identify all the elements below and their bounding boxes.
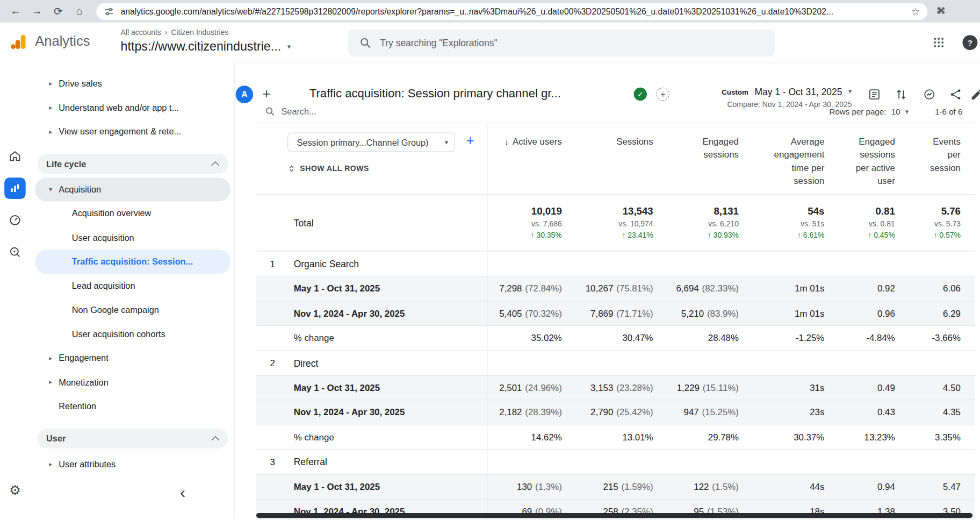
advertising-nav-icon[interactable] xyxy=(8,213,22,230)
sidebar-item-monetization[interactable]: ▸Monetization xyxy=(35,370,230,394)
column-header-line: sessions xyxy=(667,148,739,161)
metric-cell xyxy=(910,351,975,375)
total-value: 0.81 xyxy=(876,206,895,217)
column-header-sessions[interactable]: Sessions xyxy=(577,123,668,194)
breadcrumb-separator-icon: › xyxy=(165,28,168,37)
sidebar-item-user-acquisition-cohorts[interactable]: User acquisition cohorts xyxy=(35,322,230,346)
total-compare-value: vs. 5.73 xyxy=(934,219,961,228)
metric-percent: (28.39%) xyxy=(525,408,561,418)
sidebar-item-traffic-acquisition-session[interactable]: Traffic acquisition: Session... xyxy=(35,250,230,274)
sidebar-item-understand-web-and-or-app-t[interactable]: ▸Understand web and/or app t... xyxy=(35,95,230,119)
settings-gear-icon[interactable]: ⚙ xyxy=(9,483,21,498)
column-header-line: sessions xyxy=(839,148,895,161)
dimension-picker[interactable]: Session primary...Channel Group) ▾ xyxy=(287,133,455,152)
edit-icon[interactable] xyxy=(970,88,980,102)
sidebar-item-label: Acquisition xyxy=(59,184,101,195)
breadcrumb-all-accounts[interactable]: All accounts xyxy=(121,28,161,37)
sidebar-section-life-cycle[interactable]: Life cycle xyxy=(38,154,228,174)
metric-percent: (23.28%) xyxy=(616,383,653,393)
collapse-sidebar-icon[interactable]: ‹ xyxy=(180,483,185,502)
column-header-label: Engaged xyxy=(859,135,895,148)
share-icon[interactable] xyxy=(949,88,963,102)
back-icon[interactable]: ← xyxy=(5,5,26,17)
column-header-label: Average xyxy=(791,135,825,148)
insights-icon[interactable] xyxy=(923,88,936,102)
add-comparison-icon[interactable]: + xyxy=(656,88,669,101)
add-dimension-button[interactable]: + xyxy=(466,133,474,149)
sidebar-item-acquisition[interactable]: ▾Acquisition xyxy=(35,177,230,202)
breadcrumb-account[interactable]: Citizen Industries xyxy=(171,28,228,37)
url-bar[interactable]: analytics.google.com/analytics/web/#/a22… xyxy=(96,3,927,19)
row-index: 1 xyxy=(256,259,294,269)
sidebar-item-view-user-engagement-rete[interactable]: ▸View user engagement & rete... xyxy=(35,119,230,144)
channel-cell: 1Organic Search xyxy=(256,252,487,276)
row-index: 3 xyxy=(256,457,294,467)
property-selector[interactable]: https://www.citizenindustrie... ▾ xyxy=(121,39,291,54)
horizontal-scrollbar[interactable] xyxy=(256,513,972,518)
bookmark-star-icon[interactable]: ☆ xyxy=(911,5,920,17)
sidebar-item-label: User attributes xyxy=(59,459,116,469)
page-title: Traffic acquisition: Session primary cha… xyxy=(309,87,561,101)
column-header-engaged-sessions[interactable]: Engagedsessions xyxy=(667,123,753,194)
home-icon[interactable]: ⌂ xyxy=(69,5,90,17)
column-header-line: time per xyxy=(753,161,825,174)
metric-percent: (70.32%) xyxy=(525,308,561,318)
total-metric: 5.76vs. 5.73↑ 0.57% xyxy=(910,195,975,251)
metric-value: 14.62% xyxy=(531,432,562,443)
sidebar-item-user-attributes[interactable]: ▸User attributes xyxy=(35,452,230,476)
sidebar-item-acquisition-overview[interactable]: Acquisition overview xyxy=(35,202,230,226)
sidebar-section-user[interactable]: User xyxy=(38,428,228,448)
table-search-input[interactable]: Search... xyxy=(265,106,316,117)
report-collection-avatar[interactable]: A xyxy=(236,86,254,103)
metric-value: 23s xyxy=(810,408,824,418)
extensions-icon[interactable] xyxy=(935,5,946,17)
expand-arrow-icon: ▸ xyxy=(47,104,54,111)
add-icon[interactable]: + xyxy=(263,86,271,102)
channel-row: 2Direct xyxy=(256,351,975,376)
apps-grid-icon[interactable] xyxy=(933,36,945,51)
period-label: May 1 - Oct 31, 2025 xyxy=(294,283,380,294)
sidebar-item-non-google-campaign[interactable]: Non Google campaign xyxy=(35,298,230,322)
sidebar-item-drive-sales[interactable]: ▸Drive sales xyxy=(35,72,230,96)
site-info-icon[interactable] xyxy=(104,6,114,17)
sidebar-item-retention[interactable]: Retention xyxy=(35,394,230,418)
url-text[interactable]: analytics.google.com/analytics/web/#/a22… xyxy=(121,6,905,16)
date-range-picker[interactable]: Custom May 1 - Oct 31, 2025 ▾ Compare: N… xyxy=(722,87,852,109)
metric-cell: -1.25% xyxy=(753,326,839,350)
explore-nav-icon[interactable] xyxy=(8,245,22,261)
column-header-active-users[interactable]: ↓Active users xyxy=(487,123,576,194)
rows-per-page-select[interactable]: 10 xyxy=(891,106,900,116)
compare-icon[interactable] xyxy=(895,88,909,102)
sidebar-item-label: View user engagement & rete... xyxy=(59,126,181,137)
column-header-average-engagement-time-per-session[interactable]: Averageengagementtime persession xyxy=(753,123,839,194)
column-header-engaged-sessions-per-active-user[interactable]: Engagedsessionsper activeuser xyxy=(839,123,909,194)
metric-value: 3,153 xyxy=(590,383,613,393)
metric-cell: 2,790(25.42%) xyxy=(577,400,668,424)
forward-icon[interactable]: → xyxy=(26,5,48,17)
screen: ← → ⟳ ⌂ analytics.google.com/analytics/w… xyxy=(0,0,980,520)
metric-cell: 0.96 xyxy=(839,301,909,325)
notes-icon[interactable] xyxy=(868,88,882,102)
sidebar-item-user-acquisition[interactable]: User acquisition xyxy=(35,225,230,250)
total-metric: 54svs. 51s↑ 6.61% xyxy=(753,195,839,251)
expand-arrow-icon: ▸ xyxy=(47,460,54,467)
home-nav-icon[interactable] xyxy=(8,149,22,165)
column-header-events-per-session[interactable]: Eventspersession xyxy=(910,123,975,194)
help-icon[interactable]: ? xyxy=(962,35,977,50)
metric-cell: 3.35% xyxy=(910,425,975,449)
property-name[interactable]: https://www.citizenindustrie... xyxy=(121,39,282,54)
column-header-line: Sessions xyxy=(577,135,653,148)
reports-nav-icon[interactable] xyxy=(4,177,26,199)
period-label: Nov 1, 2024 - Apr 30, 2025 xyxy=(294,408,405,418)
sidebar-item-lead-acquisition[interactable]: Lead acquisition xyxy=(35,274,230,298)
metric-cell xyxy=(577,450,668,474)
show-all-rows-button[interactable]: SHOW ALL ROWS xyxy=(287,164,369,173)
sidebar-item-label: Non Google campaign xyxy=(72,305,159,315)
metric-value: 0.94 xyxy=(877,482,895,492)
expand-arrow-icon: ▸ xyxy=(47,354,54,361)
total-change-value: ↑ 6.61% xyxy=(797,231,824,239)
sidebar-item-engagement[interactable]: ▸Engagement xyxy=(35,346,230,370)
reload-icon[interactable]: ⟳ xyxy=(47,5,69,18)
global-search-input[interactable]: Try searching "Explorations" xyxy=(348,30,775,56)
channel-name: Organic Search xyxy=(294,258,359,269)
